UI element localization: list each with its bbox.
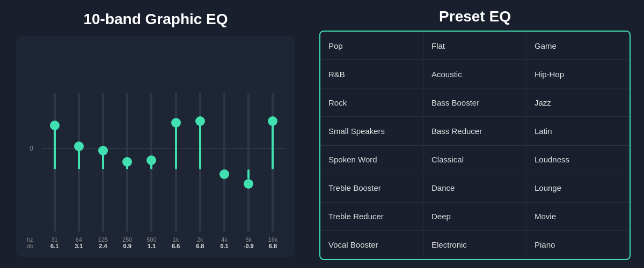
hz-label-4k: 4k (213, 236, 236, 243)
preset-item-pop[interactable]: Pop (320, 32, 423, 60)
hz-row: hz 31641252505001k2k4k8k16k (27, 236, 284, 243)
hz-values: 31641252505001k2k4k8k16k (43, 236, 284, 243)
preset-item-bass-reducer[interactable]: Bass Reducer (423, 117, 526, 145)
db-label-2k: 6.8 (188, 243, 211, 249)
preset-item-vocal-booster[interactable]: Vocal Booster (320, 231, 423, 259)
slider-track (247, 169, 250, 179)
hz-label-2k: 2k (188, 236, 211, 243)
db-label-4k: 0.1 (213, 243, 236, 249)
hz-label-64: 64 (67, 236, 90, 243)
slider-col-2k[interactable] (188, 93, 211, 232)
slider-rail (247, 93, 250, 232)
preset-item-dance[interactable]: Dance (423, 174, 526, 203)
slider-thumb-1k[interactable] (171, 118, 181, 128)
db-label-64: 3.1 (67, 243, 90, 249)
preset-item-hip-hop[interactable]: Hip-Hop (526, 60, 630, 88)
sliders-wrapper (27, 82, 284, 232)
preset-item-piano[interactable]: Piano (526, 231, 630, 259)
slider-col-250[interactable] (116, 93, 139, 232)
preset-item-jazz[interactable]: Jazz (526, 88, 630, 117)
preset-item-bass-booster[interactable]: Bass Booster (423, 88, 526, 117)
preset-item-deep[interactable]: Deep (423, 203, 526, 231)
slider-col-4k[interactable] (213, 93, 236, 232)
slider-col-500[interactable] (140, 93, 163, 232)
db-label-1k: 6.6 (164, 243, 187, 249)
preset-section: Preset EQ PopFlatGameR&BAcousticHip-HopR… (311, 0, 644, 268)
hz-label-1k: 1k (164, 236, 187, 243)
slider-col-64[interactable] (67, 93, 90, 232)
hz-label-500: 500 (140, 236, 163, 243)
slider-thumb-16k[interactable] (268, 116, 277, 126)
preset-item-r&b[interactable]: R&B (320, 60, 423, 88)
preset-grid: PopFlatGameR&BAcousticHip-HopRockBass Bo… (320, 32, 630, 259)
slider-thumb-4k[interactable] (219, 169, 229, 179)
db-prefix: db (27, 243, 43, 249)
preset-item-classical[interactable]: Classical (423, 146, 526, 174)
hz-prefix: hz (27, 236, 43, 243)
preset-grid-container: PopFlatGameR&BAcousticHip-HopRockBass Bo… (319, 31, 631, 260)
eq-title: 10-band Graphic EQ (16, 11, 295, 28)
db-label-31: 6.1 (43, 243, 66, 249)
sliders-area: 0 (27, 47, 284, 232)
slider-thumb-64[interactable] (74, 142, 84, 151)
slider-rail (223, 93, 225, 232)
preset-item-electronic[interactable]: Electronic (423, 231, 526, 259)
hz-label-31: 31 (43, 236, 66, 243)
slider-thumb-250[interactable] (122, 157, 132, 167)
db-label-16k: 6.8 (261, 243, 284, 249)
db-label-250: 0.9 (116, 243, 139, 249)
preset-title: Preset EQ (319, 8, 631, 25)
hz-label-250: 250 (116, 236, 139, 243)
preset-item-loudness[interactable]: Loudness (526, 146, 630, 174)
preset-item-treble-reducer[interactable]: Treble Reducer (320, 203, 423, 231)
slider-thumb-500[interactable] (147, 155, 156, 165)
slider-col-1k[interactable] (164, 93, 187, 232)
freq-db-area: hz 31641252505001k2k4k8k16k db 6.13.12.4… (27, 236, 284, 249)
preset-item-flat[interactable]: Flat (423, 32, 526, 60)
preset-item-spoken-word[interactable]: Spoken Word (320, 146, 423, 174)
db-label-125: 2.4 (91, 243, 114, 249)
slider-thumb-31[interactable] (50, 121, 60, 130)
preset-item-game[interactable]: Game (526, 32, 630, 60)
slider-col-125[interactable] (91, 93, 114, 232)
slider-thumb-8k[interactable] (244, 179, 253, 189)
preset-item-latin[interactable]: Latin (526, 117, 630, 145)
hz-label-8k: 8k (237, 236, 260, 243)
slider-thumb-2k[interactable] (195, 116, 205, 126)
preset-item-small-speakers[interactable]: Small Speakers (320, 117, 423, 145)
slider-thumb-125[interactable] (98, 146, 108, 155)
eq-container: 0 hz 31641252505001k2k4k8k16k db 6.13.12… (16, 36, 295, 257)
preset-item-acoustic[interactable]: Acoustic (423, 60, 526, 88)
db-row: db 6.13.12.40.91.16.66.80.1-0.96.8 (27, 243, 284, 249)
db-label-500: 1.1 (140, 243, 163, 249)
slider-col-16k[interactable] (261, 93, 284, 232)
slider-col-31[interactable] (43, 93, 66, 232)
preset-item-movie[interactable]: Movie (526, 203, 630, 231)
preset-item-lounge[interactable]: Lounge (526, 174, 630, 203)
slider-col-8k[interactable] (237, 93, 260, 232)
preset-item-treble-booster[interactable]: Treble Booster (320, 174, 423, 203)
db-label-8k: -0.9 (237, 243, 260, 249)
eq-section: 10-band Graphic EQ 0 hz 31641252505001k2… (0, 0, 311, 268)
preset-item-rock[interactable]: Rock (320, 88, 423, 117)
hz-label-125: 125 (91, 236, 114, 243)
hz-label-16k: 16k (261, 236, 284, 243)
db-values: 6.13.12.40.91.16.66.80.1-0.96.8 (43, 243, 284, 249)
